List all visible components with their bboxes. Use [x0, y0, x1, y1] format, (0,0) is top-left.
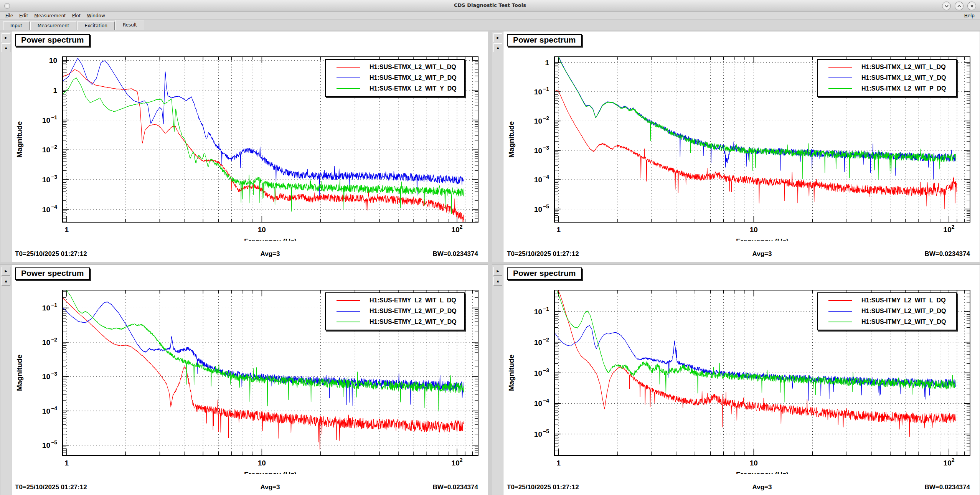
legend-line-sample [337, 322, 360, 322]
footer-averages: Avg=3 [261, 483, 280, 491]
footer-start-time: T0=25/10/2025 01:27:12 [15, 250, 87, 258]
plot-title: Power spectrum [507, 34, 582, 46]
x-axis-label: Frequency (Hz) [244, 237, 297, 241]
plot-panel: ▶▲110−110−210−310−410−5110102Frequency (… [492, 31, 980, 262]
legend-line-sample [337, 300, 360, 301]
minimize-button[interactable] [942, 2, 951, 10]
svg-text:−3: −3 [543, 367, 549, 373]
chevron-up-icon [957, 5, 962, 8]
svg-text:10: 10 [534, 430, 542, 438]
legend-channel-name: H1:SUS-ITMY_L2_WIT_L_DQ [861, 297, 946, 304]
svg-text:−3: −3 [51, 174, 57, 180]
y-axis-label: Magnitude [15, 121, 23, 158]
svg-text:−5: −5 [543, 203, 549, 210]
svg-text:−5: −5 [51, 439, 57, 446]
svg-text:10: 10 [42, 338, 50, 346]
menu-measurement[interactable]: Measurement [31, 13, 69, 19]
footer-bandwidth: BW=0.0234374 [924, 250, 970, 258]
plot-footer: T0=25/10/2025 01:27:12Avg=3BW=0.0234374 [0, 483, 488, 493]
svg-text:−1: −1 [51, 114, 57, 120]
svg-text:10: 10 [534, 88, 542, 96]
plot-footer: T0=25/10/2025 01:27:12Avg=3BW=0.0234374 [492, 483, 980, 493]
svg-text:102: 102 [944, 457, 955, 467]
legend-item: H1:SUS-ITMX_L2_WIT_Y_DQ [818, 73, 956, 83]
trace-H1:SUS-ETMX_L2_WIT_Y_DQ [63, 78, 464, 214]
footer-start-time: T0=25/10/2025 01:27:12 [507, 250, 579, 258]
menu-help[interactable]: Help [961, 13, 978, 19]
legend-line-sample [337, 311, 360, 312]
plot-title: Power spectrum [507, 267, 582, 280]
svg-text:−2: −2 [543, 115, 549, 121]
svg-text:10: 10 [42, 304, 50, 312]
menu-file[interactable]: File [2, 13, 16, 19]
svg-text:10: 10 [534, 117, 542, 125]
maximize-button[interactable] [955, 2, 964, 10]
plot-footer: T0=25/10/2025 01:27:12Avg=3BW=0.0234374 [492, 250, 980, 259]
legend-line-sample [828, 311, 852, 312]
svg-text:10: 10 [258, 459, 266, 467]
trace-H1:SUS-ITMY_L2_WIT_P_DQ [555, 325, 955, 400]
plot-legend: H1:SUS-ITMY_L2_WIT_L_DQH1:SUS-ITMY_L2_WI… [817, 292, 957, 330]
legend-line-sample [828, 78, 852, 78]
titlebar[interactable]: CDS Diagnostic Test Tools [0, 0, 980, 12]
plot-legend: H1:SUS-ETMX_L2_WIT_L_DQH1:SUS-ETMX_L2_WI… [325, 59, 465, 97]
menu-window[interactable]: Window [84, 13, 108, 19]
legend-channel-name: H1:SUS-ETMY_L2_WIT_P_DQ [370, 308, 457, 315]
svg-text:−2: −2 [51, 144, 57, 150]
svg-text:102: 102 [452, 224, 463, 234]
svg-text:10: 10 [534, 147, 542, 155]
chevron-down-icon [944, 5, 949, 8]
y-axis-label: Magnitude [15, 355, 23, 391]
footer-bandwidth: BW=0.0234374 [432, 483, 478, 491]
legend-channel-name: H1:SUS-ETMX_L2_WIT_P_DQ [370, 74, 457, 81]
svg-text:10: 10 [534, 176, 542, 184]
close-button[interactable] [967, 2, 976, 10]
tab-input[interactable]: Input [3, 21, 30, 30]
legend-item: H1:SUS-ITMY_L2_WIT_Y_DQ [818, 317, 956, 327]
svg-text:10: 10 [750, 459, 758, 467]
footer-bandwidth: BW=0.0234374 [924, 483, 970, 491]
plot-title: Power spectrum [15, 34, 90, 46]
svg-text:10: 10 [534, 308, 542, 316]
plots-grid: ▶▲10110−110−210−310−4110102Frequency (Hz… [0, 30, 980, 495]
plot-legend: H1:SUS-ETMY_L2_WIT_L_DQH1:SUS-ETMY_L2_WI… [325, 292, 465, 330]
svg-text:−4: −4 [543, 174, 549, 180]
tab-result[interactable]: Result [115, 20, 144, 30]
plot-footer: T0=25/10/2025 01:27:12Avg=3BW=0.0234374 [0, 250, 488, 259]
svg-text:−3: −3 [543, 145, 549, 151]
svg-text:1: 1 [545, 59, 549, 67]
svg-text:−1: −1 [543, 306, 549, 312]
footer-averages: Avg=3 [261, 250, 280, 258]
legend-channel-name: H1:SUS-ETMY_L2_WIT_Y_DQ [370, 318, 457, 325]
x-axis-label: Frequency (Hz) [736, 470, 789, 474]
plot-panel: ▶▲10−110−210−310−410−5110102Frequency (H… [0, 265, 488, 495]
y-axis-label: Magnitude [507, 121, 515, 158]
svg-text:10: 10 [42, 116, 50, 124]
legend-item: H1:SUS-ETMY_L2_WIT_Y_DQ [326, 317, 464, 327]
legend-channel-name: H1:SUS-ITMY_L2_WIT_Y_DQ [861, 318, 946, 325]
legend-channel-name: H1:SUS-ITMY_L2_WIT_P_DQ [861, 308, 946, 315]
svg-text:1: 1 [64, 226, 69, 234]
legend-item: H1:SUS-ITMX_L2_WIT_P_DQ [818, 83, 956, 94]
menu-edit[interactable]: Edit [16, 13, 31, 19]
y-axis-label: Magnitude [507, 355, 515, 391]
svg-text:1: 1 [53, 86, 57, 94]
svg-text:1: 1 [556, 459, 561, 467]
legend-channel-name: H1:SUS-ETMY_L2_WIT_L_DQ [370, 297, 456, 304]
legend-channel-name: H1:SUS-ITMX_L2_WIT_L_DQ [861, 64, 946, 71]
legend-item: H1:SUS-ITMY_L2_WIT_L_DQ [818, 295, 956, 306]
svg-text:10: 10 [534, 338, 542, 346]
window-controls [942, 2, 976, 10]
tab-measurement[interactable]: Measurement [30, 21, 76, 30]
menu-plot[interactable]: Plot [69, 13, 84, 19]
svg-text:1: 1 [64, 459, 69, 467]
tab-excitation[interactable]: Excitation [77, 21, 114, 30]
plot-panel: ▶▲10110−110−210−310−4110102Frequency (Hz… [0, 31, 488, 262]
svg-text:10: 10 [750, 226, 758, 234]
plot-panel: ▶▲10−110−210−310−410−5110102Frequency (H… [492, 265, 980, 495]
plot-title: Power spectrum [15, 267, 90, 280]
legend-line-sample [337, 67, 360, 68]
legend-line-sample [828, 300, 852, 301]
legend-item: H1:SUS-ETMX_L2_WIT_P_DQ [326, 73, 464, 83]
legend-line-sample [828, 88, 852, 89]
